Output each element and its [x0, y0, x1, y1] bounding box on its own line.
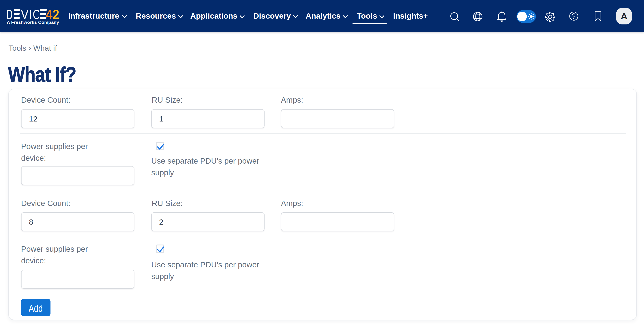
svg-text:A Freshworks Company: A Freshworks Company — [7, 20, 59, 25]
